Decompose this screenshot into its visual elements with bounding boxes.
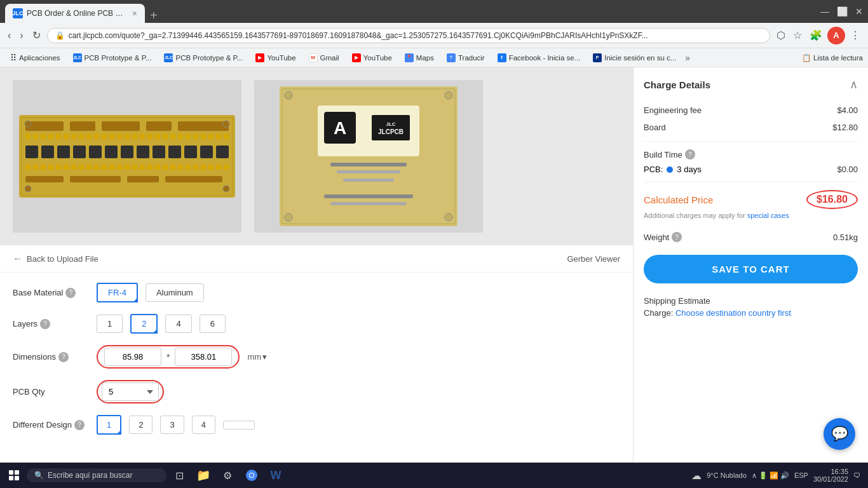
back-to-upload-button[interactable]: ← Back to Upload File (13, 253, 98, 264)
weather-icon: ☁ (691, 470, 702, 482)
bookmark-youtube1[interactable]: ▶ YouTube (250, 51, 301, 64)
calculated-price-section: Calculated Price $16.80 Additional charg… (644, 190, 858, 219)
layers-1-button[interactable]: 1 (97, 315, 123, 333)
bookmark-youtube2[interactable]: ▶ YouTube (347, 51, 397, 64)
jlc-favicon-1: JLC (73, 53, 82, 62)
refresh-button[interactable]: ↻ (30, 27, 43, 44)
chat-button[interactable]: 💬 (824, 418, 855, 450)
dimensions-help[interactable]: ? (58, 352, 69, 362)
design-3-button[interactable]: 3 (160, 416, 184, 434)
reading-list-icon: 📋 (802, 53, 811, 62)
gerber-viewer-link[interactable]: Gerber Viewer (567, 254, 620, 264)
taskbar-explorer-button[interactable]: 📁 (192, 464, 215, 487)
svg-rect-59 (117, 165, 122, 170)
bookmark-translate[interactable]: T Traducir (442, 51, 490, 64)
base-material-help[interactable]: ? (65, 288, 76, 298)
more-bookmarks-button[interactable]: » (685, 53, 690, 63)
charge-divider-2 (644, 182, 858, 182)
unit-dropdown-icon: ▾ (262, 352, 267, 362)
svg-point-97 (445, 92, 452, 99)
svg-rect-92 (337, 170, 400, 173)
active-tab[interactable]: JLC PCB Order & Online PCB Quote &... × (5, 4, 145, 23)
dimensions-height-input[interactable] (175, 348, 232, 366)
calculated-price-row: Calculated Price $16.80 (644, 190, 858, 209)
layers-help[interactable]: ? (40, 319, 50, 329)
address-bar[interactable]: 🔒 cart.jlcpcb.com/quote?_ga=2.71399446.4… (47, 28, 770, 43)
svg-rect-49 (41, 165, 46, 170)
different-design-row: Different Design ? 1 2 3 4 (13, 415, 620, 435)
new-tab-button[interactable]: + (150, 8, 158, 23)
engineering-fee-label: Engineering fee (644, 105, 702, 115)
svg-rect-91 (330, 163, 407, 166)
bookmark-jlc1[interactable]: JLC PCB Prototype & P... (68, 51, 157, 64)
choose-country-link[interactable]: Choose destination country first (675, 308, 791, 318)
bookmark-aplicaciones[interactable]: ⠿ Aplicaciones (5, 51, 65, 65)
dimensions-unit[interactable]: mm ▾ (247, 352, 267, 362)
start-button[interactable] (3, 464, 25, 487)
svg-rect-57 (102, 165, 107, 170)
bookmark-facebook[interactable]: f Facebook - Inicia se... (492, 51, 586, 64)
windows-icon (9, 470, 19, 480)
tab-close-button[interactable]: × (132, 8, 137, 18)
taskbar: 🔍 Escribe aquí para buscar ⊡ 📁 ⚙ W ☁ 9°C… (0, 463, 868, 488)
profile-avatar[interactable]: A (827, 27, 845, 44)
svg-rect-18 (109, 134, 114, 139)
taskbar-chrome-button[interactable] (240, 464, 263, 487)
dimensions-width-input[interactable] (104, 348, 161, 366)
extensions-icon[interactable]: 🧩 (807, 27, 825, 44)
pcb-qty-select[interactable]: 5 10 15 20 25 30 50 (102, 383, 159, 401)
taskbar-multitask-button[interactable]: ⊡ (168, 464, 191, 487)
layers-4-button[interactable]: 4 (165, 315, 191, 333)
base-material-fr4-button[interactable]: FR-4 (97, 283, 138, 302)
lock-icon: 🔒 (55, 31, 65, 40)
taskbar-search[interactable]: 🔍 Escribe aquí para buscar (27, 468, 166, 482)
star-icon[interactable]: ☆ (790, 27, 804, 44)
back-nav-button[interactable]: ‹ (5, 27, 13, 44)
weight-row: Weight ? 0.51kg (644, 227, 858, 247)
weight-help[interactable]: ? (672, 232, 682, 242)
bookmark-gmail[interactable]: M Gmail (304, 51, 344, 64)
maximize-button[interactable]: ⬜ (837, 6, 848, 17)
taskbar-apps-button[interactable]: ⚙ (216, 464, 239, 487)
collapse-button[interactable]: ∧ (850, 78, 858, 92)
pcb-qty-row: PCB Qty 5 10 15 20 25 30 50 (13, 380, 620, 403)
layers-label: Layers ? (13, 319, 89, 329)
save-to-cart-button[interactable]: SAVE TO CART (644, 255, 858, 283)
weight-label: Weight (644, 233, 669, 242)
base-material-aluminum-button[interactable]: Aluminum (146, 283, 204, 302)
layers-2-button[interactable]: 2 (130, 314, 158, 334)
layers-6-button[interactable]: 6 (200, 315, 226, 333)
pcb-svg-2: A JLC JLCPCB (280, 86, 458, 226)
menu-icon[interactable]: ⋮ (848, 27, 863, 44)
svg-rect-65 (163, 165, 168, 170)
close-button[interactable]: ✕ (855, 6, 863, 17)
bookmark-maps[interactable]: 📍 Maps (400, 51, 439, 64)
forward-nav-button[interactable]: › (17, 27, 25, 44)
taskbar-word-button[interactable]: W (264, 464, 287, 487)
design-4-button[interactable]: 4 (192, 416, 215, 434)
svg-rect-6 (178, 121, 229, 131)
svg-rect-94 (324, 194, 413, 198)
cast-icon[interactable]: ⬡ (774, 27, 788, 44)
design-2-button[interactable]: 2 (129, 416, 153, 434)
svg-rect-45 (200, 146, 213, 158)
svg-rect-30 (201, 134, 206, 139)
svg-rect-25 (163, 134, 168, 139)
main-area: A JLC JLCPCB (0, 67, 633, 463)
minimize-button[interactable]: — (820, 6, 829, 17)
svg-rect-32 (216, 134, 221, 139)
svg-rect-46 (216, 146, 229, 158)
additional-note: Additional charges may apply for special… (644, 212, 858, 219)
bookmark-jlc2[interactable]: JLC PCB Prototype & P... (159, 51, 248, 64)
design-1-button[interactable]: 1 (97, 415, 121, 435)
svg-rect-34 (25, 146, 38, 158)
notifications-icon[interactable]: 🗨 (853, 471, 860, 479)
reading-list-button[interactable]: 📋 Lista de lectura (802, 53, 863, 62)
different-design-help[interactable]: ? (74, 420, 85, 430)
build-time-help[interactable]: ? (685, 149, 695, 159)
bookmark-paypal[interactable]: P Inicie sesión en su c... (588, 51, 681, 64)
special-cases-link[interactable]: special cases (747, 212, 789, 219)
svg-point-102 (250, 473, 254, 477)
shipping-charge-row: Charge: Choose destination country first (644, 308, 858, 318)
charge-divider-1 (644, 141, 858, 142)
